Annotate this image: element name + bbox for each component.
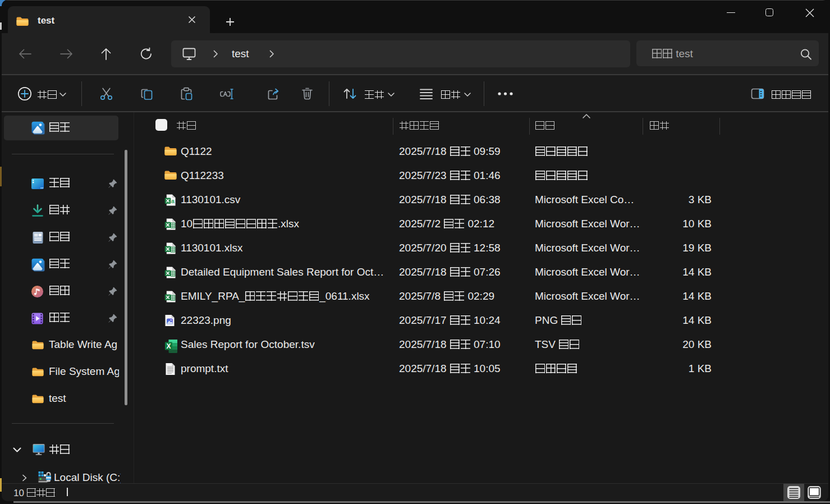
svg-text:a: a (171, 198, 175, 204)
svg-text:X: X (166, 342, 171, 350)
